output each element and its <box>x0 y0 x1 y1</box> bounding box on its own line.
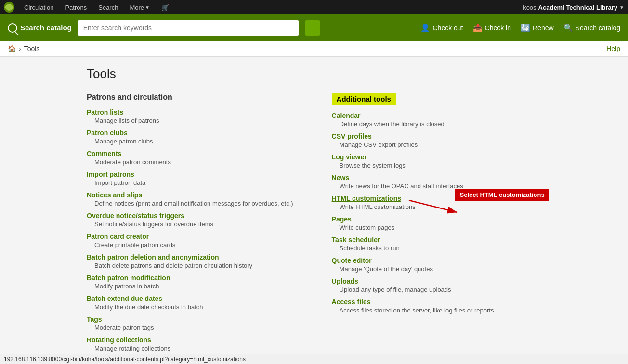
breadcrumb-home[interactable]: 🏠 <box>8 45 16 52</box>
nav-cart[interactable]: 🛒 <box>157 0 174 14</box>
user-dropdown-caret: ▼ <box>619 5 624 10</box>
patron-lists-link[interactable]: Patron lists <box>87 108 293 116</box>
username: koos <box>523 4 536 11</box>
search-go-button[interactable]: → <box>305 20 320 36</box>
help-link[interactable]: Help <box>606 45 620 52</box>
nav-circulation[interactable]: Circulation <box>19 0 58 14</box>
batch-extend-desc: Modify the due date checkouts in batch <box>94 303 293 311</box>
patron-clubs-link[interactable]: Patron clubs <box>87 129 293 137</box>
nav-more[interactable]: More ▼ <box>125 0 155 14</box>
tool-notices-slips: Notices and slips Define notices (print … <box>87 191 293 207</box>
csv-profiles-link[interactable]: CSV profiles <box>332 132 494 140</box>
task-scheduler-link[interactable]: Task scheduler <box>332 236 494 244</box>
log-viewer-desc: Browse the system logs <box>340 162 494 169</box>
tool-calendar: Calendar Define days when the library is… <box>332 112 494 128</box>
batch-mod-link[interactable]: Batch patron modification <box>87 274 293 282</box>
additional-section: Additional tools Calendar Define days wh… <box>332 93 494 319</box>
tool-patron-clubs: Patron clubs Manage patron clubs <box>87 129 293 145</box>
search-catalog-icon: 🔍 <box>563 23 573 32</box>
tool-batch-deletion: Batch patron deletion and anonymization … <box>87 253 293 269</box>
patron-clubs-desc: Manage patron clubs <box>94 138 293 145</box>
checkout-icon: 👤 <box>420 23 430 32</box>
search-catalog-link[interactable]: 🔍 Search catalog <box>563 23 620 32</box>
checkin-icon: 📥 <box>473 23 483 32</box>
page-title: Tools <box>87 66 614 81</box>
csv-profiles-desc: Manage CSV export profiles <box>340 141 494 148</box>
calendar-link[interactable]: Calendar <box>332 112 494 119</box>
tool-news: News Write news for the OPAC and staff i… <box>332 174 494 190</box>
import-patrons-link[interactable]: Import patrons <box>87 170 293 178</box>
patron-card-link[interactable]: Patron card creator <box>87 233 293 240</box>
breadcrumb-separator: › <box>19 45 21 52</box>
tool-access-files: Access files Access files stored on the … <box>332 298 494 314</box>
tool-import-patrons: Import patrons Import patron data <box>87 170 293 186</box>
tools-layout: Patrons and circulation Patron lists Man… <box>87 93 614 357</box>
task-scheduler-desc: Schedule tasks to run <box>340 245 494 252</box>
access-files-desc: Access files stored on the server, like … <box>340 307 494 314</box>
notices-slips-link[interactable]: Notices and slips <box>87 191 293 199</box>
user-info: koos Academi Technical Library ▼ <box>523 4 624 11</box>
top-navigation: Circulation Patrons Search More ▼ 🛒 koos… <box>0 0 628 14</box>
search-actions: 👤 Check out 📥 Check in 🔄 Renew 🔍 Search … <box>420 23 620 32</box>
tool-patron-card: Patron card creator Create printable pat… <box>87 233 293 248</box>
breadcrumb-current: Tools <box>24 45 40 52</box>
tool-task-scheduler: Task scheduler Schedule tasks to run <box>332 236 494 252</box>
uploads-desc: Upload any type of file, manage uploads <box>340 286 494 293</box>
tool-html-customizations: HTML customizations Write HTML customiza… <box>332 195 494 210</box>
tool-csv-profiles: CSV profiles Manage CSV export profiles <box>332 132 494 148</box>
uploads-link[interactable]: Uploads <box>332 277 494 285</box>
html-customizations-desc: Write HTML customizations <box>340 203 494 210</box>
log-viewer-link[interactable]: Log viewer <box>332 153 494 161</box>
news-desc: Write news for the OPAC and staff interf… <box>340 182 494 190</box>
app-logo[interactable] <box>4 2 14 13</box>
batch-extend-link[interactable]: Batch extend due dates <box>87 295 293 302</box>
search-input[interactable] <box>78 20 299 36</box>
rotating-collections-link[interactable]: Rotating collections <box>87 336 293 344</box>
import-patrons-desc: Import patron data <box>94 179 293 186</box>
renew-link[interactable]: 🔄 Renew <box>521 23 554 32</box>
tool-quote-editor: Quote editor Manage 'Quote of the day' q… <box>332 257 494 273</box>
quote-editor-desc: Manage 'Quote of the day' quotes <box>340 265 494 273</box>
nav-search[interactable]: Search <box>93 0 123 14</box>
breadcrumb: 🏠 › Tools Help <box>0 41 628 57</box>
batch-mod-desc: Modify patrons in batch <box>94 283 293 290</box>
tool-uploads: Uploads Upload any type of file, manage … <box>332 277 494 293</box>
library-name: Academi Technical Library <box>538 4 618 11</box>
batch-deletion-desc: Batch delete patrons and delete patron c… <box>94 262 293 269</box>
pages-link[interactable]: Pages <box>332 215 494 223</box>
main-content: Tools Patrons and circulation Patron lis… <box>0 57 628 364</box>
quote-editor-link[interactable]: Quote editor <box>332 257 494 264</box>
tool-rotating-collections: Rotating collections Manage rotating col… <box>87 336 293 352</box>
calendar-desc: Define days when the library is closed <box>340 120 494 128</box>
logo-leaf <box>4 2 14 12</box>
batch-deletion-link[interactable]: Batch patron deletion and anonymization <box>87 253 293 261</box>
checkin-link[interactable]: 📥 Check in <box>473 23 511 32</box>
tags-link[interactable]: Tags <box>87 315 293 323</box>
additional-tools-badge: Additional tools <box>332 93 396 105</box>
tool-tags: Tags Moderate patron tags <box>87 315 293 331</box>
tool-batch-mod: Batch patron modification Modify patrons… <box>87 274 293 290</box>
status-bar: 192.168.116.139:8000/cgi-bin/koha/tools/… <box>0 354 628 364</box>
overdue-notice-link[interactable]: Overdue notice/status triggers <box>87 212 293 220</box>
search-bar-icon <box>8 23 17 33</box>
news-link[interactable]: News <box>332 174 494 182</box>
overdue-notice-desc: Set notice/status triggers for overdue i… <box>94 221 293 228</box>
pages-desc: Write custom pages <box>340 224 494 231</box>
renew-icon: 🔄 <box>521 23 530 32</box>
tags-desc: Moderate patron tags <box>94 324 293 331</box>
more-caret: ▼ <box>145 5 150 10</box>
comments-link[interactable]: Comments <box>87 150 293 157</box>
html-customizations-link[interactable]: HTML customizations <box>332 195 494 202</box>
nav-patrons[interactable]: Patrons <box>60 0 92 14</box>
tool-pages: Pages Write custom pages <box>332 215 494 231</box>
patrons-section: Patrons and circulation Patron lists Man… <box>87 93 293 357</box>
status-url: 192.168.116.139:8000/cgi-bin/koha/tools/… <box>4 356 246 363</box>
access-files-link[interactable]: Access files <box>332 298 494 306</box>
notices-slips-desc: Define notices (print and email notifica… <box>94 200 293 207</box>
patron-card-desc: Create printable patron cards <box>94 241 293 248</box>
tool-overdue-notice: Overdue notice/status triggers Set notic… <box>87 212 293 228</box>
checkout-link[interactable]: 👤 Check out <box>420 23 463 32</box>
rotating-collections-desc: Manage rotating collections <box>94 345 293 352</box>
search-catalog-label: Search catalog <box>8 23 72 33</box>
tool-batch-extend: Batch extend due dates Modify the due da… <box>87 295 293 311</box>
